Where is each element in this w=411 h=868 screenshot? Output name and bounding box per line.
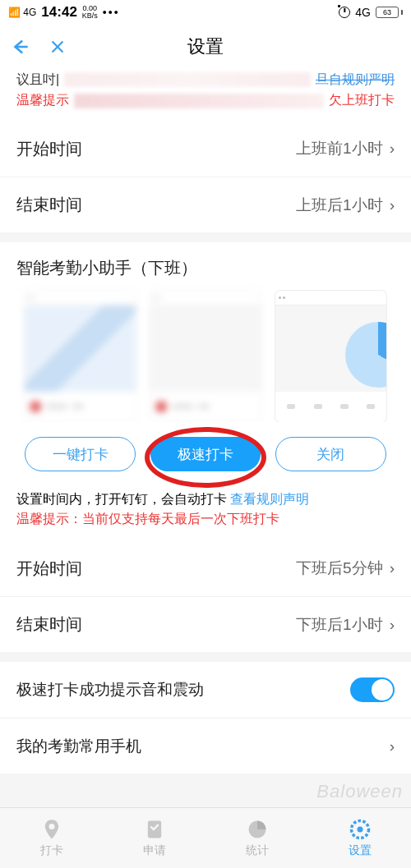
pie-icon	[246, 818, 269, 841]
status-bar: 📶 4G 14:42 0.00KB/s ••• 4G 63	[0, 0, 411, 25]
row-s2-end[interactable]: 结束时间 下班后1小时›	[0, 596, 411, 652]
row-s2-start[interactable]: 开始时间 下班后5分钟›	[0, 540, 411, 596]
preview-one-click	[25, 291, 136, 422]
option-off[interactable]: 关闭	[275, 437, 386, 471]
options-row: 一键打卡 极速打卡 关闭	[0, 422, 411, 489]
warn-text: 温馨提示：当前仅支持每天最后一次下班打卡	[16, 512, 279, 526]
signal-icon: 📶 4G	[8, 7, 36, 18]
close-button[interactable]	[41, 38, 74, 56]
preview-cards	[0, 284, 411, 422]
svg-point-3	[357, 827, 363, 833]
pin-icon	[40, 818, 63, 841]
preview-off	[275, 291, 386, 422]
option-fast[interactable]: 极速打卡	[150, 437, 260, 471]
rule-link[interactable]: 查看规则声明	[230, 492, 309, 506]
row-sound-toggle[interactable]: 极速打卡成功提示音和震动	[0, 662, 411, 718]
back-button[interactable]	[0, 36, 41, 57]
row-common-phone[interactable]: 我的考勤常用手机 ›	[0, 718, 411, 774]
battery-icon: 63	[376, 7, 403, 18]
tab-clock-in[interactable]: 打卡	[0, 808, 103, 868]
description: 设置时间内，打开钉钉，会自动打卡 查看规则声明 温馨提示：当前仅支持每天最后一次…	[0, 489, 411, 540]
row-s1-start[interactable]: 开始时间 上班前1小时›	[0, 121, 411, 177]
alarm-icon	[339, 7, 350, 18]
chevron-right-icon: ›	[390, 140, 395, 158]
gear-icon	[349, 818, 372, 841]
chevron-right-icon: ›	[390, 196, 395, 214]
chevron-right-icon: ›	[390, 737, 395, 755]
net-right-label: 4G	[355, 6, 371, 19]
section-title-assistant: 智能考勤小助手（下班）	[0, 242, 411, 284]
obscured-top: 议且吋| 旦自规则严明 温馨提示 欠上班打卡	[0, 69, 411, 121]
more-icon: •••	[103, 6, 120, 19]
tab-stats[interactable]: 统计	[206, 808, 308, 868]
navbar: 设置	[0, 25, 411, 69]
watermark: Baloween	[316, 781, 403, 802]
warn-suffix: 欠上班打卡	[329, 92, 395, 109]
obscured-prefix: 议且吋|	[16, 71, 59, 89]
tabbar: 打卡 申请 统计 设置	[0, 807, 411, 868]
tab-settings[interactable]: 设置	[308, 808, 411, 868]
status-time: 14:42	[41, 4, 76, 21]
chevron-right-icon: ›	[390, 616, 395, 634]
obscured-rule-link: 旦自规则严明	[316, 71, 395, 89]
chevron-right-icon: ›	[390, 559, 395, 577]
tab-apply[interactable]: 申请	[103, 808, 206, 868]
toggle-on[interactable]	[350, 677, 395, 702]
clipboard-icon	[143, 818, 166, 841]
warn-prefix: 温馨提示	[16, 92, 69, 109]
net-speed: 0.00KB/s	[82, 5, 98, 20]
row-s1-end[interactable]: 结束时间 上班后1小时›	[0, 177, 411, 232]
preview-fast	[150, 291, 261, 422]
option-one-click[interactable]: 一键打卡	[25, 437, 136, 471]
